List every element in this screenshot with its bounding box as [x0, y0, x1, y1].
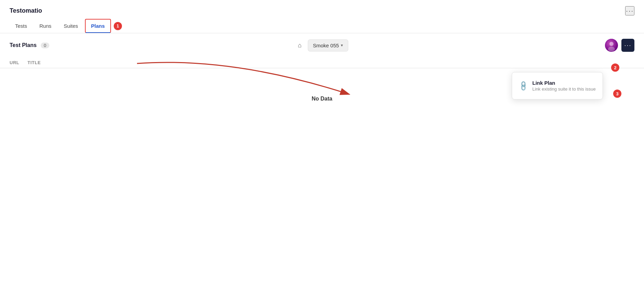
- svg-point-2: [608, 47, 615, 51]
- dropdown-menu: 🔗 Link Plan Link existing suite it to th…: [512, 72, 603, 99]
- tab-plans[interactable]: Plans: [85, 19, 111, 33]
- annotation-badge-1: 1: [114, 22, 122, 30]
- smoke-dropdown[interactable]: Smoke 055 ▾: [308, 39, 348, 51]
- link-icon: 🔗: [517, 80, 529, 92]
- count-badge: 0: [41, 43, 49, 48]
- table-header: URL Title: [0, 57, 644, 68]
- dropdown-item-subtitle: Link existing suite it to this issue: [532, 86, 596, 92]
- header-more-button[interactable]: ···: [625, 6, 634, 15]
- col-header-title: Title: [27, 60, 41, 65]
- col-header-url: URL: [10, 60, 19, 65]
- dropdown-item-link-plan[interactable]: 🔗 Link Plan Link existing suite it to th…: [512, 75, 603, 96]
- app-title: Testomatio: [10, 7, 42, 14]
- annotation-badge-3: 3: [613, 90, 621, 98]
- home-button[interactable]: ⌂: [296, 40, 304, 51]
- nav-tabs: Tests Runs Suites Plans 1: [0, 15, 644, 33]
- svg-point-1: [609, 42, 614, 46]
- more-options-button[interactable]: ···: [621, 39, 634, 52]
- chevron-down-icon: ▾: [341, 43, 343, 48]
- dropdown-item-title: Link Plan: [532, 80, 596, 86]
- toolbar-center: ⌂ Smoke 055 ▾: [296, 39, 348, 51]
- annotation-badge-2: 2: [611, 63, 619, 72]
- tab-tests[interactable]: Tests: [10, 20, 33, 32]
- tab-runs[interactable]: Runs: [34, 20, 57, 32]
- toolbar-right: ··· 2: [605, 39, 634, 52]
- section-title: Test Plans: [10, 42, 37, 48]
- smoke-label: Smoke 055: [313, 43, 339, 48]
- tab-suites[interactable]: Suites: [58, 20, 84, 32]
- header: Testomatio ···: [0, 0, 644, 15]
- dropdown-item-text: Link Plan Link existing suite it to this…: [532, 80, 596, 92]
- avatar[interactable]: [605, 39, 618, 52]
- toolbar-row: Test Plans 0 ⌂ Smoke 055 ▾: [0, 33, 644, 57]
- toolbar-left: Test Plans 0: [10, 42, 49, 48]
- app-container: Testomatio ··· Tests Runs Suites Plans 1…: [0, 0, 644, 282]
